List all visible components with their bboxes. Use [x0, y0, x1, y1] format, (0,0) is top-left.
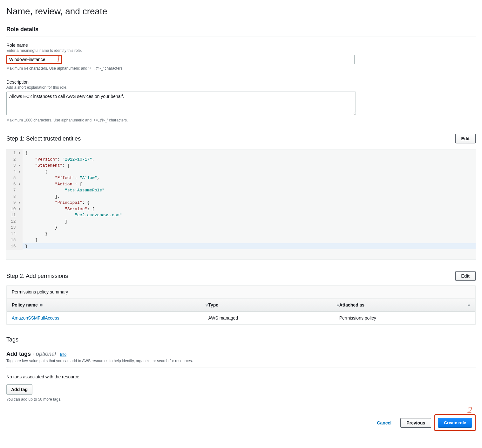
- permissions-summary-label: Permissions policy summary: [7, 286, 475, 299]
- description-input[interactable]: Allows EC2 instances to call AWS service…: [6, 92, 356, 115]
- role-details-section: Role details Role name Enter a meaningfu…: [6, 26, 476, 122]
- step2-section: Step 2: Add permissions Edit Permissions…: [6, 271, 476, 325]
- description-hint: Add a short explanation for this role.: [6, 85, 476, 90]
- permissions-card: Permissions policy summary Policy name ⧉…: [6, 285, 476, 325]
- tags-section: Tags Add tags - optional Info Tags are k…: [6, 336, 476, 402]
- create-role-button[interactable]: Create role: [438, 418, 472, 428]
- role-details-heading: Role details: [6, 26, 476, 33]
- no-tags-message: No tags associated with the resource.: [6, 374, 476, 379]
- step1-heading: Step 1: Select trusted entities: [6, 135, 81, 142]
- previous-button[interactable]: Previous: [400, 418, 431, 428]
- description-constraint: Maximum 1000 characters. Use alphanumeri…: [6, 118, 476, 122]
- cancel-button[interactable]: Cancel: [371, 418, 397, 427]
- sort-icon[interactable]: ▽: [468, 303, 470, 307]
- table-row: AmazonSSMFullAccess AWS managed Permissi…: [7, 312, 475, 325]
- code-gutter: 1 ▾ 2 3 ▾ 4 ▾ 5 6 ▾ 7 8 9 ▾ 10 ▾ 11 12 1…: [6, 149, 23, 250]
- info-link[interactable]: Info: [60, 352, 66, 357]
- step2-edit-button[interactable]: Edit: [455, 271, 476, 281]
- code-body: { "Version": "2012-10-17", "Statement": …: [23, 149, 476, 250]
- role-name-highlight: [6, 55, 62, 64]
- external-link-icon: ⧉: [40, 303, 43, 307]
- divider: [6, 368, 476, 368]
- policy-attached-as: Permissions policy: [339, 315, 470, 320]
- col-policy-name[interactable]: Policy name ⧉ ▽: [12, 302, 208, 307]
- add-tag-button[interactable]: Add tag: [6, 384, 32, 395]
- step1-edit-button[interactable]: Edit: [455, 134, 476, 143]
- policy-link[interactable]: AmazonSSMFullAccess: [12, 315, 59, 320]
- trust-policy-code: 1 ▾ 2 3 ▾ 4 ▾ 5 6 ▾ 7 8 9 ▾ 10 ▾ 11 12 1…: [6, 149, 476, 260]
- sort-icon[interactable]: ▽: [337, 303, 339, 307]
- description-label: Description: [6, 79, 476, 85]
- divider: [6, 37, 476, 37]
- footer-actions: Cancel Previous 2 Create role: [6, 414, 476, 431]
- role-name-input-extension[interactable]: [62, 55, 355, 64]
- sort-icon[interactable]: ▽: [206, 303, 208, 307]
- description-field: Description Add a short explanation for …: [6, 79, 476, 122]
- step2-heading: Step 2: Add permissions: [6, 273, 68, 279]
- role-name-hint: Enter a meaningful name to identify this…: [6, 48, 476, 53]
- callout-2: 2: [467, 404, 472, 415]
- role-name-input[interactable]: [7, 56, 61, 63]
- optional-label: - optional: [32, 351, 56, 357]
- create-role-highlight: 2 Create role: [434, 414, 476, 431]
- col-type[interactable]: Type ▽: [208, 302, 339, 307]
- callout-1: 1: [56, 53, 61, 64]
- role-name-label: Role name: [6, 43, 476, 48]
- col-attached-as[interactable]: Attached as ▽: [339, 302, 470, 307]
- step1-section: Step 1: Select trusted entities Edit 1 ▾…: [6, 134, 476, 260]
- tags-description: Tags are key-value pairs that you can ad…: [6, 359, 476, 363]
- role-name-constraint: Maximum 64 characters. Use alphanumeric …: [6, 66, 476, 71]
- permissions-header-row: Policy name ⧉ ▽ Type ▽ Attached as ▽: [7, 299, 475, 312]
- tags-limit-hint: You can add up to 50 more tags.: [6, 397, 476, 402]
- tags-heading: Tags: [6, 336, 476, 343]
- add-tags-label: Add tags: [6, 351, 31, 357]
- page-title: Name, review, and create: [6, 6, 476, 17]
- role-name-field: Role name Enter a meaningful name to ide…: [6, 43, 476, 71]
- policy-type: AWS managed: [208, 315, 339, 320]
